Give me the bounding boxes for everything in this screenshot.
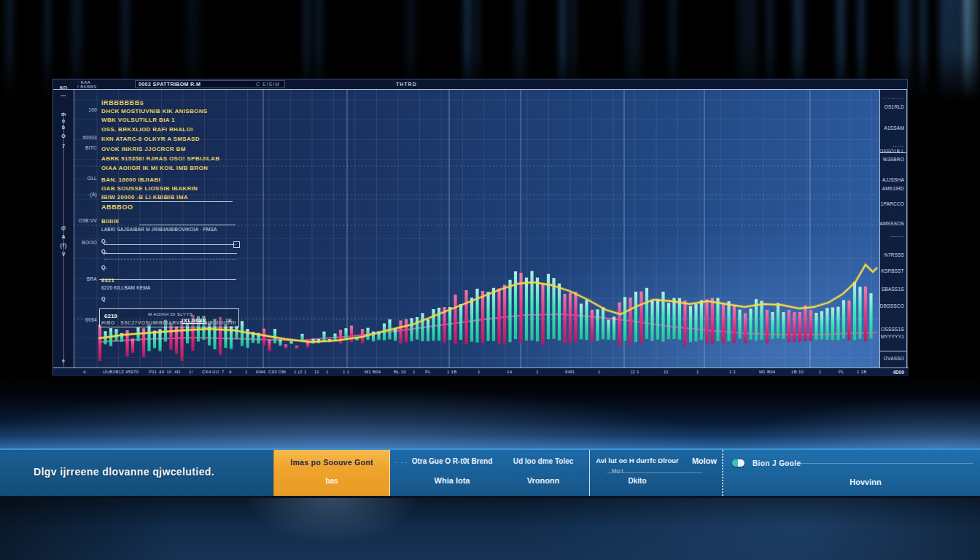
price-tick-label: MYYYYY1 [881, 334, 904, 339]
time-tick-label: 4 [229, 370, 232, 374]
desktop-background: · KAA I BKBBS 0002 SPATTRIBOM R.M C EISI… [0, 0, 980, 560]
time-axis-corner-label: 4D00 [892, 370, 904, 375]
time-tick-label: 1B 10 [791, 370, 804, 374]
time-tick-label: 11 [314, 370, 319, 374]
light-streak [6, 0, 13, 101]
taskbar: Dlgv ijrreene dlovanne qjwcelutied. Imas… [0, 448, 980, 498]
horizon-glow [0, 376, 980, 449]
time-tick-label: 14 [507, 370, 512, 374]
time-tick-label: (2 1 [631, 370, 639, 374]
price-axis[interactable]: -·-·-·-·-OS1RLDA1SSAM-----OSSO1B LW3SBRO… [879, 90, 907, 368]
price-tick-label: SBASS1S [882, 287, 904, 292]
time-tick-label: 7 [222, 370, 225, 374]
tool-icon[interactable]: A [53, 234, 74, 239]
trend-item-value: Whia Iota [405, 476, 499, 485]
price-tick-label: A1SSAM [884, 125, 904, 131]
taskbar-status-section[interactable]: Dlgv ijrreene dlovanne qjwcelutied. [0, 450, 273, 496]
time-tick-label: 1 [245, 370, 248, 374]
display-item-value: Dkito [590, 477, 685, 485]
price-tick-label: ----- [892, 143, 904, 148]
time-tick-label: 11 [664, 370, 669, 374]
window-titlebar[interactable]: · KAA I BKBBS 0002 SPATTRIBOM R.M C EISI… [53, 79, 907, 90]
chart-window: · KAA I BKBBS 0002 SPATTRIBOM R.M C EISI… [52, 79, 908, 376]
price-tick-label: OVASSO [884, 356, 904, 361]
price-tick-label: DBSSSCO [880, 303, 904, 308]
taskbar-section-account[interactable]: Bion J Goole Hovvinn [722, 450, 980, 496]
tool-icon[interactable]: o [53, 118, 74, 123]
time-axis[interactable]: 4.UUB1B1Z 45970P1140UI4D1/CK4UU741KM4C03… [53, 368, 909, 376]
light-streak [45, 0, 50, 101]
trend-item-title: Otra Gue O R-t0t Brend [405, 457, 499, 465]
mode-item-title: Ud loo dme Tolec [499, 457, 587, 465]
price-tick-label: AMS1IRD [882, 186, 904, 191]
time-tick-label: KM1 [565, 370, 575, 374]
price-axis-divider [880, 351, 906, 351]
time-tick-label: 1 [536, 370, 539, 374]
time-tick-label: 4D [174, 370, 180, 374]
price-tick-label: W3SBRO [883, 157, 904, 162]
light-streak [964, 0, 970, 101]
price-tick-label: -·-·-·-·- [884, 96, 904, 101]
price-tick-label: KSRBSST [881, 268, 904, 273]
account-item-value: Hovvinn [811, 478, 920, 486]
chart-plot-area[interactable] [74, 90, 879, 368]
time-tick-label: M1 B04 [365, 370, 381, 374]
orange-button-title: Imas po Soouve Gont [274, 458, 389, 467]
time-tick-label: 1 [326, 370, 329, 374]
titlebar-left-sublabel: I BKBBS [77, 85, 97, 89]
time-tick-label: 1 1 [729, 370, 736, 374]
tool-icon[interactable]: V [53, 252, 74, 257]
price-tick-label: ------ [890, 233, 904, 238]
reflective-floor [0, 494, 980, 560]
titlebar-timeframe-label: THTRD [396, 82, 417, 87]
time-tick-label: 1 [819, 370, 822, 374]
time-tick-label: 1 [696, 370, 699, 374]
toolstrip-divider [63, 112, 64, 367]
time-tick-label: 1 [598, 370, 601, 374]
tool-icon[interactable]: O [53, 133, 74, 139]
tool-icon[interactable]: e [53, 358, 74, 363]
display-item-title: Avi lut oo H durrfc Dlrour [590, 456, 685, 464]
time-tick-label: PL [839, 370, 844, 374]
time-tick-label: 4. [83, 370, 88, 374]
time-tick-label: CK4 [202, 370, 211, 374]
tool-icon[interactable]: @ [53, 225, 74, 230]
tool-icon[interactable]: 7 [53, 144, 74, 149]
price-tick-label: OS1RLD [884, 104, 904, 109]
price-tick-label: AMSSSOS [879, 221, 904, 226]
light-streak [973, 0, 977, 101]
price-tick-label: N7RSSS [884, 252, 904, 257]
price-tick-label: OSSSS1S [881, 327, 904, 332]
tool-icon[interactable]: — [53, 93, 74, 98]
time-tick-label: 1 1B [857, 370, 867, 374]
tool-icon[interactable]: m [53, 112, 74, 117]
candlestick-chart [74, 90, 879, 368]
price-tick-label: AJJSSHA [882, 177, 904, 182]
toggle-pill-icon [732, 459, 744, 467]
time-tick-label: C03 OM [268, 370, 286, 374]
tool-icon[interactable]: KO [53, 85, 74, 90]
account-divider [779, 463, 973, 464]
tool-icon[interactable]: (T) [53, 243, 74, 248]
status-message: Dlgv ijrreene dlovanne qjwcelutied. [0, 466, 248, 478]
light-streak [939, 0, 961, 101]
time-tick-label: 1 [478, 370, 481, 374]
tool-icon[interactable]: b [53, 125, 74, 130]
taskbar-section-display[interactable]: Avi lut oo H durrfc Dlrour Mo t Dkito Mo… [589, 450, 722, 496]
time-tick-label: 1 1 [343, 370, 349, 374]
taskbar-section-trend[interactable]: · ·· Otra Gue O R-t0t Brend Whia Iota Ud… [390, 450, 589, 496]
price-tick-label: 1PARCCO [881, 201, 904, 206]
price-axis-divider [880, 152, 906, 153]
time-tick-label: M1 B04 [759, 370, 775, 374]
time-tick-label: 1/ [189, 370, 193, 374]
titlebar-session-label: C EISIM [256, 82, 280, 87]
time-tick-label: 1 (2 [294, 370, 303, 374]
orange-button-subtitle: bas [274, 477, 389, 485]
taskbar-orange-button[interactable]: Imas po Soouve Gont bas [273, 450, 390, 496]
time-tick-label: 1 [413, 370, 416, 374]
time-tick-label: BL 10 [394, 370, 406, 374]
time-tick-label: UI [167, 370, 172, 374]
light-streak [920, 0, 926, 101]
time-tick-label: PL [425, 370, 431, 374]
time-tick-label: 40 [159, 370, 164, 374]
